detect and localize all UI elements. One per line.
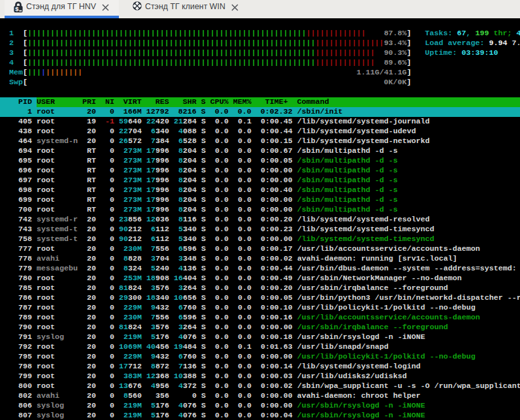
svg-text:$: $ <box>15 6 19 12</box>
